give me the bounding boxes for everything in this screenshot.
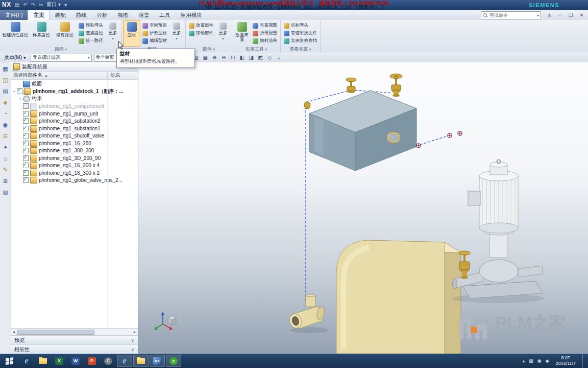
layer-icon[interactable]: ◇ [265, 54, 274, 61]
component-checkbox[interactable] [23, 155, 29, 161]
unify-path-button[interactable]: 统一路径 [77, 37, 105, 44]
tree-row-component[interactable]: plmhome_rtg1_compartment [11, 103, 138, 110]
tree-row-component[interactable]: plmhome_rtg1_16_300 x 2 [11, 169, 138, 177]
horizontal-scrollbar[interactable]: ◄ ► [11, 328, 138, 335]
tab-render[interactable]: 渲染 [133, 10, 154, 20]
tab-analysis[interactable]: 分析 [91, 10, 112, 20]
command-finder[interactable]: ▾ [481, 11, 541, 19]
pan-icon[interactable]: ⊡ [229, 54, 237, 61]
close-window-icon[interactable]: ✕ [576, 12, 587, 18]
start-button[interactable] [0, 354, 18, 368]
web-browser-icon[interactable]: ◉ [2, 121, 10, 129]
tree-row-component[interactable]: plmhome_rtg1_globe_valve_nps_2... [11, 177, 138, 185]
taskbar-excel-icon[interactable]: X [52, 355, 67, 367]
tree-row-component[interactable]: plmhome_rtg1_300_300 [11, 147, 138, 155]
trim-path-button[interactable]: 修剪路径 [54, 20, 76, 46]
expander[interactable]: + [18, 97, 23, 101]
create-linear-path-button[interactable]: 创建线性路径 [2, 20, 29, 46]
group-label-utilities[interactable]: 实用工具 ▾ [234, 46, 279, 53]
hd3d-tools-icon[interactable]: ◔ [2, 110, 10, 118]
edit-stock-button[interactable]: 编辑型材 [141, 37, 168, 44]
menu-button[interactable]: 菜单(M) ▾ [2, 54, 29, 62]
tree-row-component[interactable]: plmhome_rtg1_pump_unit [11, 110, 138, 118]
tray-volume-icon[interactable]: ◆ [546, 358, 549, 363]
prefab-elbow-button[interactable]: 预制弯头 [77, 22, 105, 29]
manage-icon[interactable]: ⌂ [2, 155, 10, 163]
tree-row-component[interactable]: plmhome_rtg1_16_200 x 4 [11, 162, 138, 170]
cut-elbow-button[interactable]: 切割弯头 [282, 22, 318, 29]
tab-application[interactable]: 应用模块 [175, 10, 207, 20]
tree-row-component[interactable]: plmhome_rtg1_3D_200_90 [11, 154, 138, 162]
tray-expand-icon[interactable]: ▴ [523, 358, 525, 363]
scroll-right-icon[interactable]: ► [132, 330, 138, 334]
part-navigator-icon[interactable]: ▤ [2, 87, 10, 95]
tab-view[interactable]: 视图 [112, 10, 133, 20]
reuse-library-icon[interactable]: ◈ [2, 99, 10, 106]
taskbar-nx-running-icon[interactable]: NX [150, 355, 165, 367]
tab-assemblies[interactable]: 装配 [50, 10, 70, 20]
orient-view-icon[interactable]: ▦ [201, 54, 210, 61]
zoom-icon[interactable]: ⊖ [219, 54, 228, 61]
component-checkbox[interactable] [23, 111, 29, 117]
taskbar-snipping-icon[interactable]: C [101, 355, 116, 367]
tree-row-component[interactable]: plmhome_rtg1_shutoff_valve [11, 132, 138, 140]
search-dropdown-icon[interactable]: ▾ [537, 13, 539, 18]
constraint-navigator-icon[interactable]: ◫ [2, 76, 10, 84]
tab-tools[interactable]: 工具 [154, 10, 175, 20]
taskbar-ie-running-icon[interactable]: e [117, 355, 132, 367]
connection-point-markers[interactable] [416, 131, 462, 148]
component-checkbox[interactable] [23, 103, 29, 109]
part-more-button[interactable]: 更多▾ [216, 20, 230, 46]
process-studio-icon[interactable]: ✦ [2, 144, 10, 151]
stock-more-button[interactable]: 更多▾ [169, 20, 184, 46]
system-materials-icon[interactable]: ⊞ [2, 177, 10, 185]
fit-view-icon[interactable]: ⊕ [210, 54, 219, 61]
rotate-icon[interactable]: ◧ [238, 54, 247, 61]
expander[interactable]: − [12, 89, 17, 94]
assembly-navigator-icon[interactable]: ▦ [2, 65, 10, 73]
tree-row-sections[interactable]: 截面 [11, 80, 138, 88]
preview-section-bar[interactable]: 预览 ∨ [11, 335, 138, 344]
scroll-left-icon[interactable]: ◄ [11, 330, 17, 334]
place-arrangement-button[interactable]: 放置布置 [234, 20, 250, 46]
taskbar-explorer-running-icon[interactable] [133, 355, 149, 367]
taskbar-clock[interactable]: 8:07 2016/11/7 [553, 355, 578, 366]
column-info[interactable]: 信息 [108, 72, 138, 79]
tank-valve-large[interactable] [390, 74, 402, 97]
group-label-view-arrangement[interactable]: 查看布置 ▾ [282, 46, 318, 53]
arrangement-view-button[interactable]: 布置视图 [251, 22, 279, 29]
column-descriptive-part-name[interactable]: 描述性部件名▲ [11, 72, 108, 79]
selection-filter-dropdown[interactable]: 无选择过滤器▾ [31, 54, 92, 62]
tray-network-icon[interactable]: ◉ [537, 358, 542, 363]
stock-button[interactable]: 型材 [124, 20, 140, 46]
taskbar-powerpoint-icon[interactable]: P [84, 355, 100, 367]
command-search-input[interactable] [488, 12, 535, 18]
pipe-attachment-file-button[interactable]: 管道附接文件 [282, 30, 318, 37]
pipe-tee-model[interactable] [288, 294, 329, 333]
section-view-icon[interactable]: ◩ [256, 54, 265, 61]
instance-name-lookup-button[interactable]: 实例名称查找 [282, 37, 318, 44]
tree-row-component[interactable]: plmhome_rtg1_16_250 [11, 140, 138, 147]
group-label-path[interactable]: 路径 ▾ [2, 46, 120, 53]
component-checkbox[interactable] [23, 177, 29, 183]
perspective-icon[interactable]: ◨ [247, 54, 256, 61]
move-part-button[interactable]: 移动部件 [187, 30, 215, 37]
notes-icon[interactable]: ▧ [2, 189, 10, 196]
tank-valve-small[interactable] [346, 78, 356, 93]
history-icon[interactable]: ⊟ [2, 132, 10, 140]
show-desktop-button[interactable] [582, 354, 586, 368]
taskbar-ie-icon[interactable]: e [19, 355, 34, 367]
graphics-viewport[interactable]: PLM之家 www.plmhome.com [138, 62, 588, 354]
taskbar-explorer-icon[interactable] [35, 355, 51, 367]
tab-file[interactable]: 文件(F) [0, 10, 28, 20]
taskbar-camtasia-running-icon[interactable]: c [166, 355, 181, 367]
tree-row-component[interactable]: plmhome_rtg1_substation1 [11, 125, 138, 132]
restore-window-icon[interactable]: ❐ [566, 12, 576, 18]
spline-path-button[interactable]: 样条路径 [30, 20, 53, 46]
tree-row-constraints[interactable]: + 约束 [11, 95, 138, 103]
component-checkbox[interactable] [23, 163, 29, 168]
place-part-button[interactable]: 放置部件 [187, 22, 215, 29]
tree-row-component[interactable]: plmhome_rtg1_substation2 [11, 118, 138, 125]
tab-home[interactable]: 主页 [28, 10, 50, 20]
component-checkbox[interactable] [23, 118, 29, 124]
